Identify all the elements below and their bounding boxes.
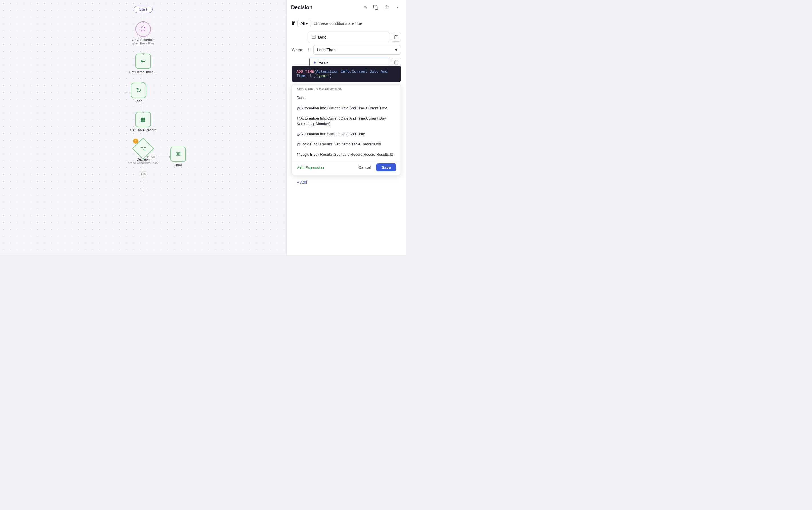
loop-icon: ↻ bbox=[131, 83, 146, 98]
loop-label: Loop bbox=[135, 99, 143, 103]
add-condition-link[interactable]: + Add bbox=[292, 178, 312, 186]
footer-actions: Cancel Save bbox=[355, 164, 396, 171]
no-arrow bbox=[136, 157, 148, 157]
panel-header: Decision ✎ › bbox=[287, 0, 406, 15]
svg-rect-5 bbox=[395, 35, 398, 39]
less-than-dropdown[interactable]: Less Than ▾ bbox=[313, 45, 401, 55]
value-wand-icon: ✦ bbox=[313, 60, 317, 65]
if-label: If bbox=[292, 21, 295, 26]
schedule-node[interactable]: ⏱ On A Schedule When Event Fires bbox=[132, 21, 154, 45]
schedule-label: On A Schedule bbox=[132, 38, 154, 42]
get-demo-node[interactable]: ↩ Get Demo Table ... bbox=[129, 54, 157, 74]
close-icon-btn[interactable]: › bbox=[393, 3, 401, 11]
drag-handle[interactable]: ⠿ bbox=[308, 47, 311, 53]
arrow-1 bbox=[143, 13, 143, 21]
panel-title: Decision bbox=[291, 5, 359, 10]
email-icon: ✉ bbox=[171, 147, 186, 162]
dropdown-section-label: ADD A FIELD OR FUNCTION bbox=[292, 84, 400, 93]
arrow-3 bbox=[143, 74, 143, 83]
save-button[interactable]: Save bbox=[377, 164, 396, 171]
get-demo-label: Get Demo Table ... bbox=[129, 70, 157, 74]
no-arrow-2 bbox=[158, 157, 169, 157]
get-table-icon: ▦ bbox=[136, 112, 151, 127]
all-chevron: ▾ bbox=[306, 21, 308, 26]
add-condition-row: + Add bbox=[287, 178, 317, 187]
expr-function: ADD_TIME bbox=[296, 69, 314, 74]
edit-icon-btn[interactable]: ✎ bbox=[362, 3, 369, 11]
dropdown-item-current-time[interactable]: @Automation Info.Current Date And Time.C… bbox=[292, 103, 400, 113]
copy-icon-btn[interactable] bbox=[372, 3, 380, 11]
less-than-label: Less Than bbox=[317, 48, 336, 52]
loop-node[interactable]: ↻ Loop bbox=[131, 83, 146, 103]
date-field-input[interactable]: Date bbox=[308, 32, 389, 42]
conditions-text: of these conditions are true bbox=[314, 21, 362, 26]
decision-row: ! ⌥ Decision Are All Conditions True? No… bbox=[97, 141, 189, 165]
all-dropdown[interactable]: All ▾ bbox=[297, 20, 311, 27]
condition-header: If All ▾ of these conditions are true bbox=[287, 15, 406, 32]
date-field-label: Date bbox=[318, 35, 327, 39]
schedule-sublabel: When Event Fires bbox=[132, 42, 154, 45]
date-field-row: Date bbox=[292, 32, 401, 42]
field-function-dropdown: ADD A FIELD OR FUNCTION Date @Automation… bbox=[292, 84, 401, 175]
date-calendar-icon bbox=[311, 34, 316, 40]
get-table-label: Get Table Record bbox=[130, 129, 156, 132]
flow-diagram: Start ⏱ On A Schedule When Event Fires ↩… bbox=[97, 6, 189, 193]
delete-icon-btn[interactable] bbox=[383, 3, 391, 11]
cancel-button[interactable]: Cancel bbox=[355, 164, 374, 171]
dropdown-item-demo-ids[interactable]: @Logic Block Results.Get Demo Table Reco… bbox=[292, 139, 400, 149]
expr-comma: , 1 , bbox=[305, 74, 316, 78]
yes-label: Yes bbox=[139, 171, 148, 176]
email-node[interactable]: ✉ Email bbox=[171, 147, 186, 167]
yes-line bbox=[143, 176, 143, 193]
dropdown-item-day-name[interactable]: @Automation Info.Current Date And Time.C… bbox=[292, 113, 400, 129]
condition-block: Date bbox=[287, 32, 406, 45]
right-panel: Decision ✎ › If All ▾ of these condition… bbox=[286, 0, 406, 255]
dropdown-footer: Valid Expression Cancel Save bbox=[292, 160, 400, 175]
where-row: Where ⠿ Less Than ▾ bbox=[287, 45, 406, 55]
value-field-label: Value bbox=[319, 60, 329, 65]
arrow-4 bbox=[143, 103, 143, 112]
no-branch: No ✉ Email bbox=[136, 147, 186, 167]
no-label: No bbox=[149, 154, 157, 159]
dropdown-item-date[interactable]: Date bbox=[292, 93, 400, 103]
expression-tooltip: ADD_TIME(Automation Info.Current Date An… bbox=[292, 65, 401, 82]
start-label: Start bbox=[134, 6, 152, 13]
yes-path: Yes bbox=[139, 165, 148, 193]
arrow-2 bbox=[143, 45, 143, 54]
all-label: All bbox=[301, 21, 305, 26]
schedule-icon: ⏱ bbox=[136, 21, 151, 37]
get-demo-icon: ↩ bbox=[136, 54, 151, 69]
header-icons: › bbox=[372, 3, 401, 11]
dropdown-item-current-datetime[interactable]: @Automation Info.Current Date And Time bbox=[292, 129, 400, 139]
dropdown-item-record-id[interactable]: @Logic Block Results.Get Table Record.Re… bbox=[292, 149, 400, 160]
svg-rect-0 bbox=[375, 7, 378, 10]
svg-rect-9 bbox=[395, 61, 398, 64]
expr-string: "year" bbox=[316, 74, 330, 78]
svg-rect-1 bbox=[312, 35, 315, 38]
decision-alert: ! bbox=[133, 139, 138, 144]
canvas-area: Start ⏱ On A Schedule When Event Fires ↩… bbox=[0, 0, 286, 255]
expr-close: ) bbox=[330, 74, 332, 78]
start-node[interactable]: Start bbox=[134, 6, 152, 13]
less-than-chevron: ▾ bbox=[395, 48, 397, 52]
valid-expression-label: Valid Expression bbox=[297, 165, 324, 170]
date-cal-icon-btn[interactable] bbox=[392, 32, 401, 41]
get-table-node[interactable]: ▦ Get Table Record bbox=[130, 112, 156, 132]
where-label: Where bbox=[292, 48, 305, 52]
email-label: Email bbox=[174, 163, 182, 167]
